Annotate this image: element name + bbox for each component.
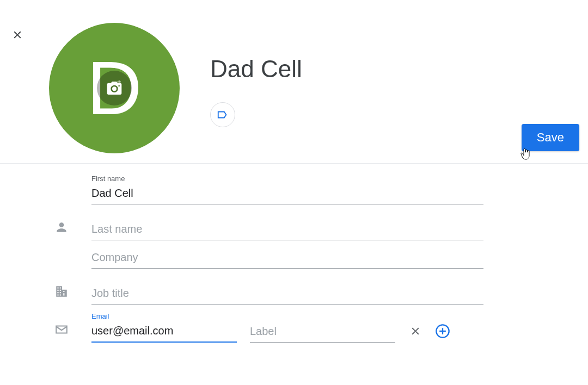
- person-icon: [54, 220, 69, 234]
- company-field: [91, 248, 483, 269]
- building-icon: [54, 284, 69, 299]
- first-name-field: First name: [91, 175, 483, 204]
- email-label-input[interactable]: [250, 322, 395, 343]
- building-icon-wrap: [50, 281, 91, 302]
- contact-form: First name Email: [0, 164, 588, 343]
- email-input[interactable]: [91, 321, 237, 343]
- label-icon: [217, 109, 229, 121]
- email-label-field: [250, 322, 395, 343]
- name-row: First name: [50, 175, 588, 240]
- email-icon: [54, 322, 69, 337]
- svg-point-0: [112, 86, 117, 91]
- email-row: Email: [50, 312, 588, 343]
- company-row: [50, 248, 588, 305]
- add-label-button[interactable]: [210, 102, 235, 127]
- email-icon-wrap: [50, 319, 91, 340]
- job-title-field: [91, 284, 483, 305]
- title-area: Dad Cell: [210, 23, 302, 127]
- company-input[interactable]: [91, 248, 483, 269]
- change-photo-button[interactable]: [97, 71, 132, 105]
- clear-email-button[interactable]: [408, 324, 422, 338]
- person-icon-wrap: [50, 216, 91, 238]
- first-name-input[interactable]: [91, 184, 483, 204]
- last-name-input[interactable]: [91, 220, 483, 240]
- email-label: Email: [91, 312, 237, 320]
- contact-header: D Dad Cell Save: [0, 0, 588, 153]
- add-circle-icon: [435, 324, 450, 339]
- clear-icon: [409, 325, 421, 337]
- email-field: Email: [91, 312, 237, 343]
- email-row-actions: [408, 323, 483, 343]
- job-title-input[interactable]: [91, 284, 483, 305]
- add-email-button[interactable]: [434, 323, 451, 339]
- first-name-label: First name: [91, 175, 483, 183]
- avatar-container: D: [49, 23, 180, 153]
- contact-title: Dad Cell: [210, 55, 302, 83]
- last-name-field: [91, 220, 483, 240]
- save-button[interactable]: Save: [522, 124, 579, 151]
- camera-icon: [106, 79, 123, 97]
